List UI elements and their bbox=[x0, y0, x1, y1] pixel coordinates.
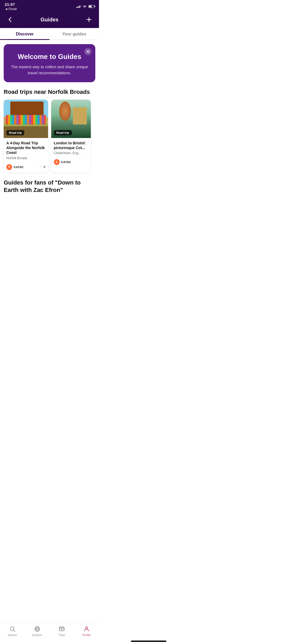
card-norfolk-coast[interactable]: Road trip A 4-Day Road Trip Alongside th… bbox=[4, 100, 48, 173]
card-image-wrap-1: Road trip bbox=[4, 100, 48, 138]
card-badge-2: Road trip bbox=[54, 130, 72, 135]
card-body-1: A 4-Day Road Trip Alongside the Norfolk … bbox=[4, 138, 48, 164]
page-title: Guides bbox=[41, 17, 59, 23]
card-author-2: K KAYAK bbox=[54, 159, 71, 165]
banner-title: Welcome to Guides bbox=[9, 53, 90, 61]
status-time: 21:57 bbox=[5, 2, 17, 7]
heart-icon-1: ♡ bbox=[39, 165, 43, 169]
card-author-1: K KAYAK bbox=[6, 164, 23, 170]
card-footer-2: K KAYAK bbox=[51, 159, 91, 168]
like-button-1[interactable]: ♡ 9 bbox=[39, 165, 45, 169]
card-title-2: London to Bristol: picturesque Cot... bbox=[54, 141, 88, 150]
welcome-banner: Welcome to Guides The easiest way to col… bbox=[4, 44, 95, 82]
author-name-1: KAYAK bbox=[14, 165, 23, 169]
card-body-2: London to Bristol: picturesque Cot... Ch… bbox=[51, 138, 91, 159]
author-avatar-2: K bbox=[54, 159, 60, 165]
add-button[interactable] bbox=[84, 15, 94, 24]
tab-your-guides[interactable]: Your guides bbox=[50, 28, 99, 40]
battery-icon bbox=[88, 5, 94, 8]
section-road-trips-title: Road trips near Norfolk Broads bbox=[4, 89, 95, 95]
status-bar: 21:57 ◄ Gmail bbox=[0, 0, 99, 12]
like-count-1: 9 bbox=[44, 165, 45, 169]
status-icons bbox=[76, 5, 94, 8]
tab-discover[interactable]: Discover bbox=[0, 28, 50, 40]
card-london-bristol[interactable]: Road trip London to Bristol: picturesque… bbox=[51, 100, 91, 173]
card-location-2: Cheltenham, Eng... bbox=[54, 151, 88, 155]
wifi-icon bbox=[83, 5, 87, 8]
card-badge-1: Road trip bbox=[6, 130, 24, 135]
card-image-wrap-2: Road trip bbox=[51, 100, 91, 138]
banner-subtitle: The easiest way to collect and share uni… bbox=[9, 64, 90, 76]
main-content: Welcome to Guides The easiest way to col… bbox=[0, 40, 99, 198]
author-name-2: KAYAK bbox=[61, 160, 71, 164]
author-avatar-1: K bbox=[6, 164, 12, 170]
card-location-1: Norfolk Broads bbox=[6, 156, 45, 160]
section-zac-efron-title: Guides for fans of "Down to Earth with Z… bbox=[4, 179, 95, 194]
card-row-road-trips: Road trip A 4-Day Road Trip Alongside th… bbox=[4, 100, 95, 173]
back-button[interactable] bbox=[5, 15, 15, 24]
tabs: Discover Your guides bbox=[0, 28, 99, 40]
card-footer-1: K KAYAK ♡ 9 bbox=[4, 164, 48, 173]
signal-icon bbox=[76, 5, 81, 8]
card-title-1: A 4-Day Road Trip Alongside the Norfolk … bbox=[6, 141, 45, 155]
status-back: ◄ Gmail bbox=[5, 7, 17, 11]
banner-close-button[interactable] bbox=[84, 48, 92, 55]
app-header: Guides bbox=[0, 12, 99, 28]
